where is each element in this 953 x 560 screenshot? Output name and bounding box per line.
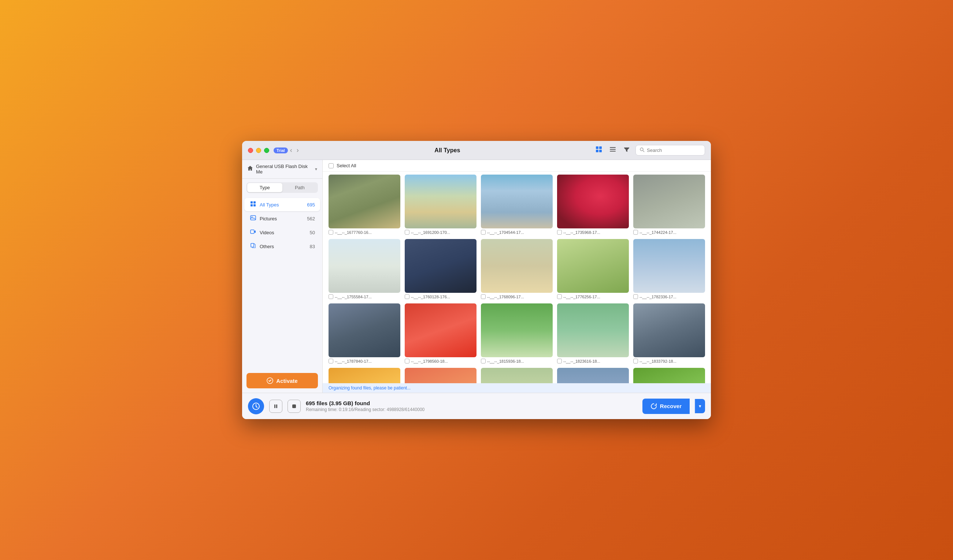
grid-view-button[interactable] [594, 144, 604, 156]
pause-button[interactable] [269, 400, 282, 413]
photo-name: --__--_1787840-17... [335, 359, 372, 364]
stop-button[interactable] [287, 400, 301, 413]
videos-count: 50 [310, 230, 315, 235]
list-item[interactable]: --__--_1768096-17... [481, 239, 553, 299]
photo-checkbox[interactable] [557, 230, 562, 235]
photo-checkbox[interactable] [557, 294, 562, 299]
list-item[interactable]: --__--_1755584-17... [329, 239, 400, 299]
device-name: General USB Flash Disk Me [256, 164, 312, 175]
organizing-message: Organizing found files, please be patien… [329, 385, 411, 391]
photo-thumbnail [405, 239, 476, 293]
photo-thumbnail [481, 175, 553, 228]
search-input[interactable] [647, 147, 701, 153]
svg-line-8 [643, 151, 645, 152]
close-button[interactable] [248, 148, 253, 153]
all-types-count: 695 [307, 202, 315, 207]
svg-rect-9 [250, 201, 253, 204]
list-item[interactable]: --__--_1798560-18... [405, 303, 476, 364]
sidebar-item-all-types[interactable]: All Types 695 [244, 198, 320, 211]
scan-icon-button[interactable] [248, 398, 264, 414]
photo-thumbnail [329, 239, 400, 293]
list-item[interactable]: --__--_1787840-17... [329, 303, 400, 364]
sidebar-item-pictures[interactable]: Pictures 562 [244, 212, 320, 225]
photo-thumbnail [633, 368, 705, 383]
photo-name: --__--_1833792-18... [639, 359, 677, 364]
list-item[interactable]: --__--_1815936-18... [481, 303, 553, 364]
sidebar: General USB Flash Disk Me ▾ Type Path [242, 160, 323, 393]
list-item[interactable]: --__--_1782336-17... [633, 239, 705, 299]
photo-name: --__--_1755584-17... [335, 295, 372, 299]
recover-dropdown-button[interactable]: ▾ [695, 399, 705, 413]
pictures-count: 562 [307, 216, 315, 221]
photo-thumbnail [633, 175, 705, 228]
svg-rect-13 [250, 216, 256, 220]
activate-button[interactable]: Activate [247, 373, 318, 388]
videos-label: Videos [260, 230, 307, 235]
photo-checkbox[interactable] [633, 359, 638, 364]
photo-checkbox[interactable] [481, 359, 486, 364]
back-button[interactable]: ‹ [288, 145, 295, 156]
list-item[interactable]: --__--_1863200-18... [481, 368, 553, 383]
status-bar: 695 files (3.95 GB) found Remaining time… [242, 393, 711, 419]
tab-type[interactable]: Type [247, 183, 282, 192]
photo-name: --__--_1691200-170... [411, 230, 450, 235]
list-item[interactable]: --__--_1776256-17... [557, 239, 629, 299]
sidebar-list: All Types 695 Pictures 562 [242, 196, 322, 368]
photo-thumbnail [557, 239, 629, 293]
photo-checkbox[interactable] [481, 294, 486, 299]
recover-button[interactable]: Recover [643, 399, 690, 414]
svg-rect-4 [610, 147, 616, 148]
select-all-bar: Select All [323, 160, 711, 172]
minimize-button[interactable] [256, 148, 261, 153]
maximize-button[interactable] [264, 148, 269, 153]
home-icon [247, 166, 253, 173]
select-all-label: Select All [337, 163, 356, 169]
list-item[interactable]: --__--_1823616-18... [557, 303, 629, 364]
filter-button[interactable] [622, 144, 632, 156]
device-dropdown-icon[interactable]: ▾ [315, 167, 317, 172]
list-item[interactable]: --__--_1744224-17... [633, 175, 705, 235]
sidebar-item-others[interactable]: Others 83 [244, 240, 320, 253]
svg-rect-12 [253, 204, 256, 206]
list-view-button[interactable] [608, 144, 618, 156]
list-item[interactable]: --__--_1760128-176... [405, 239, 476, 299]
pictures-icon [250, 215, 257, 222]
all-types-label: All Types [260, 202, 304, 207]
photo-checkbox[interactable] [633, 294, 638, 299]
svg-rect-6 [610, 151, 616, 152]
list-item[interactable]: --__--_1691200-170... [405, 175, 476, 235]
list-item[interactable]: --__--_1852400-18... [405, 368, 476, 383]
sidebar-item-videos[interactable]: Videos 50 [244, 226, 320, 239]
svg-rect-20 [276, 404, 277, 408]
photo-thumbnail [633, 239, 705, 293]
list-item[interactable]: --__--_1885600-18... [633, 368, 705, 383]
photo-checkbox[interactable] [329, 294, 333, 299]
status-text: 695 files (3.95 GB) found Remaining time… [306, 400, 637, 412]
photo-thumbnail [557, 368, 629, 383]
photo-thumbnail [557, 175, 629, 228]
list-item[interactable]: --__--_1735968-17... [557, 175, 629, 235]
photo-name: --__--_1677760-16... [335, 230, 372, 235]
photo-checkbox[interactable] [405, 294, 410, 299]
traffic-lights [248, 148, 269, 153]
list-item[interactable]: --__--_1704544-17... [481, 175, 553, 235]
photo-name: --__--_1704544-17... [487, 230, 524, 235]
status-files: 695 files (3.95 GB) found [306, 400, 637, 406]
list-item[interactable]: --__--_1677760-16... [329, 175, 400, 235]
photo-checkbox[interactable] [557, 359, 562, 364]
list-item[interactable]: --__--_1840128-18... [329, 368, 400, 383]
photo-checkbox[interactable] [329, 230, 333, 235]
forward-button[interactable]: › [295, 145, 301, 156]
photo-checkbox[interactable] [405, 230, 410, 235]
select-all-checkbox[interactable] [329, 163, 334, 169]
others-icon [250, 243, 257, 250]
photo-checkbox[interactable] [405, 359, 410, 364]
svg-rect-3 [599, 150, 602, 152]
photo-checkbox[interactable] [329, 359, 333, 364]
list-item[interactable]: --__--_1833792-18... [633, 303, 705, 364]
tab-path[interactable]: Path [282, 183, 318, 192]
photo-checkbox[interactable] [481, 230, 486, 235]
app-window: Trial ‹ › All Types [242, 141, 711, 419]
photo-checkbox[interactable] [633, 230, 638, 235]
list-item[interactable]: --__--_1874300-18... [557, 368, 629, 383]
